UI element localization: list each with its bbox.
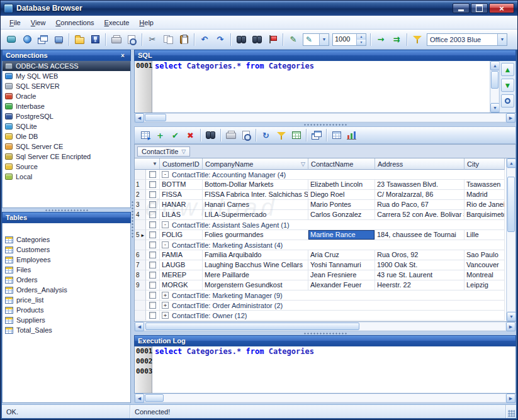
cell-address[interactable]: 1900 Oak St. [375, 260, 465, 270]
maximize-button[interactable] [471, 3, 488, 13]
spin-up-icon[interactable]: ▲ [357, 34, 366, 40]
cell-city[interactable]: Tsawassen [465, 180, 505, 190]
cell-contactname[interactable]: Alexander Feuer [308, 280, 375, 290]
cell-city[interactable]: Lille [465, 230, 505, 240]
table-item-orders-analysis[interactable]: Orders_Analysis [3, 285, 130, 295]
expand-group-icon[interactable]: + [162, 302, 169, 309]
cell-address[interactable]: Rua do Paco, 67 [375, 200, 465, 210]
bookmark-button[interactable] [265, 32, 280, 47]
column-header-contactname[interactable]: ContactName [308, 158, 375, 170]
cell-address[interactable]: Carrera 52 con Ave. Bolivar #65-98 [375, 210, 465, 220]
cell-customerid[interactable]: BOTTM [160, 180, 203, 190]
sql-editor[interactable]: 0001 select Categories.* from Categories [134, 61, 516, 113]
column-header-companyname[interactable]: CompanyName▽ [203, 158, 308, 170]
grid-menu-icon[interactable]: ▼ [152, 161, 157, 167]
cell-contactname[interactable]: Aria Cruz [308, 250, 375, 260]
column-header-address[interactable]: Address [375, 158, 465, 170]
connection-item-sql-server-ce[interactable]: SQL Server CE [3, 141, 130, 152]
cell-customerid[interactable]: HANAR [160, 200, 203, 210]
table-item-total-sales[interactable]: Total_Sales [3, 325, 130, 335]
grid-row[interactable]: 9MORGKMorgenstern GesundkostAlexander Fe… [135, 280, 506, 290]
sql-horizontal-scrollbar[interactable] [134, 113, 516, 123]
scroll-up-icon[interactable] [490, 61, 500, 70]
print-button[interactable] [108, 32, 123, 47]
row-checkbox[interactable] [149, 262, 156, 268]
cell-contactname[interactable]: Carlos Gonzalez [308, 210, 375, 220]
preview-grid-button[interactable] [239, 128, 253, 142]
execute-button[interactable]: → [373, 32, 388, 47]
redo-button[interactable]: ↷ [213, 32, 228, 47]
cell-contactname[interactable]: Martine Rance [308, 230, 375, 240]
cell-contactname[interactable]: Yoshi Tannamuri [308, 260, 375, 270]
cell-address[interactable]: Heerstr. 22 [375, 280, 465, 290]
scroll-left-icon[interactable] [135, 394, 144, 403]
minimize-button[interactable] [453, 3, 470, 13]
undo-button[interactable]: ↶ [197, 32, 212, 47]
grid-view-button[interactable] [329, 128, 344, 142]
cell-city[interactable]: Vancouver [465, 260, 505, 270]
cell-contactname[interactable]: Diego Roel [308, 190, 375, 200]
row-checkbox[interactable] [149, 201, 156, 208]
search-record-button[interactable] [203, 128, 218, 142]
cancel-edit-button[interactable]: ✖ [183, 128, 198, 142]
cell-city[interactable]: Rio de Janeiro [465, 200, 505, 210]
cell-companyname[interactable]: Morgenstern Gesundkost [203, 280, 308, 290]
connection-item-sqlite[interactable]: SQLite [3, 121, 130, 131]
filter-icon[interactable]: ▽ [181, 148, 186, 155]
scroll-down-icon[interactable] [507, 312, 516, 321]
cut-button[interactable]: ✂ [145, 32, 160, 47]
row-checkbox[interactable] [149, 272, 156, 279]
grid-row[interactable]: 4LILASLILA-SupermercadoCarlos GonzalezCa… [135, 210, 506, 220]
table-item-products[interactable]: Products [3, 305, 130, 315]
grid-row[interactable]: 7LAUGBLaughing Bacchus Wine CellarsYoshi… [135, 260, 506, 270]
cell-companyname[interactable]: Familia Arquibaldo [203, 250, 308, 260]
find-button[interactable] [234, 32, 249, 47]
grid-row[interactable]: 8MEREPMere PaillardeJean Fresniere43 rue… [135, 270, 506, 280]
table-item-employees[interactable]: Employees [3, 255, 130, 265]
sql-vertical-scrollbar[interactable] [490, 61, 499, 113]
connection-item-odbc-ms-access[interactable]: ODBC-MS ACCESS [3, 61, 130, 71]
close-panel-icon[interactable] [118, 52, 127, 60]
cell-companyname[interactable]: Mere Paillarde [203, 270, 308, 280]
row-checkbox[interactable] [149, 292, 156, 299]
copy-button[interactable] [160, 32, 176, 47]
print-grid-button[interactable] [223, 128, 238, 142]
connection-item-interbase[interactable]: Interbase [3, 101, 130, 111]
dropdown-arrow-icon[interactable]: ▼ [319, 34, 329, 45]
cell-contactname[interactable]: Jean Fresniere [308, 270, 375, 280]
grid-vertical-scrollbar[interactable] [506, 158, 515, 321]
collapse-group-icon[interactable]: - [162, 221, 169, 228]
insert-record-button[interactable]: + [153, 128, 167, 142]
marker-combo[interactable]: ✎▼ [303, 33, 329, 46]
grid-row[interactable]: 5FOLIGFolies gourmandesMartine Rance184,… [135, 230, 506, 240]
cell-customerid[interactable]: MORGK [160, 280, 203, 290]
log-horizontal-scrollbar[interactable] [134, 394, 516, 403]
menu-execute[interactable]: Execute [99, 17, 135, 28]
cell-customerid[interactable]: LILAS [160, 210, 203, 220]
group-by-chip[interactable]: ContactTitle ▽ [137, 146, 190, 157]
scroll-thumb[interactable] [145, 394, 164, 402]
chart-button[interactable] [344, 128, 359, 142]
resize-grip[interactable] [506, 405, 516, 418]
row-checkbox[interactable] [149, 171, 156, 178]
grid-row[interactable]: 1BOTTMBottom-Dollar MarketsElizabeth Lin… [135, 180, 506, 190]
layout-button[interactable] [309, 128, 324, 142]
group-row[interactable]: -ContactTitle: Assistant Sales Agent (1) [135, 220, 506, 230]
cell-companyname[interactable]: Hanari Carnes [203, 200, 308, 210]
scroll-track[interactable] [507, 168, 515, 312]
row-checkbox[interactable] [149, 191, 156, 198]
row-checkbox[interactable] [149, 221, 156, 228]
column-header-customerid[interactable]: CustomerID [160, 158, 203, 170]
cell-customerid[interactable]: FAMIA [160, 250, 203, 260]
collapse-group-icon[interactable]: - [162, 241, 169, 248]
cell-customerid[interactable]: LAUGB [160, 260, 203, 270]
table-item-suppliers[interactable]: Suppliers [3, 315, 130, 325]
cell-city[interactable]: Leipzig [465, 280, 505, 290]
scroll-up-icon[interactable] [507, 158, 516, 168]
grid-row[interactable]: 6FAMIAFamilia ArquibaldoAria CruzRua Oro… [135, 250, 506, 260]
query-up-button[interactable] [501, 63, 514, 76]
sessions-button[interactable] [35, 32, 50, 47]
theme-combo[interactable]: Office 2003 Blue▼ [427, 33, 507, 46]
scroll-thumb[interactable] [491, 71, 498, 89]
fetch-data-button[interactable] [138, 128, 152, 142]
